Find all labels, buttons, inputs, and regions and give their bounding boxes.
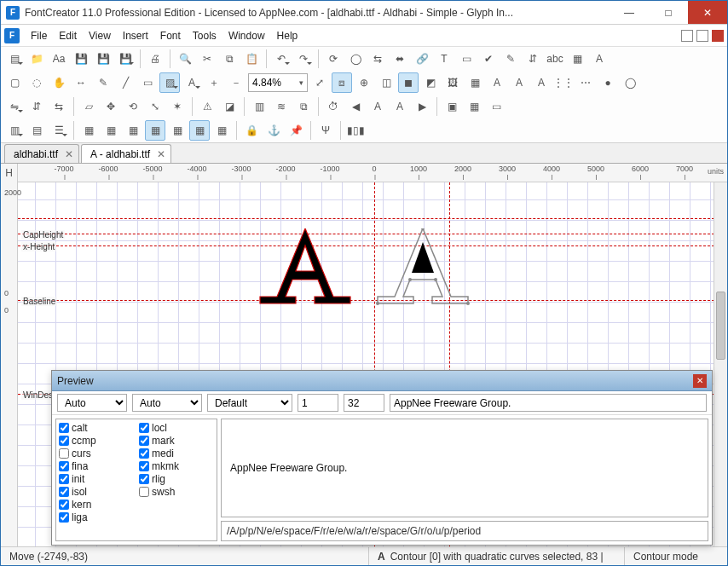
feature-init[interactable]: init xyxy=(59,473,134,485)
arrow-r-button[interactable]: ▶ xyxy=(412,96,432,117)
skew-button[interactable]: ▱ xyxy=(78,96,99,117)
measure-button[interactable]: ↔ xyxy=(71,72,91,93)
feature-rlig[interactable]: rlig xyxy=(139,473,214,485)
panel-button[interactable]: ▥ xyxy=(4,120,25,141)
zoom-in-button[interactable]: ＋ xyxy=(204,72,224,93)
fit-button[interactable]: ⤢ xyxy=(309,72,330,93)
fill-button[interactable]: ▨ xyxy=(159,72,180,93)
paste-button[interactable]: 📋 xyxy=(241,49,262,69)
alert-button[interactable]: ⚠ xyxy=(197,96,217,117)
menu-help[interactable]: Help xyxy=(271,27,304,44)
feature-checkbox-isol[interactable] xyxy=(59,487,69,497)
arrow-l-button[interactable]: ◀ xyxy=(345,96,366,117)
a-outline-button[interactable]: A xyxy=(182,72,202,93)
rect-button[interactable]: ▭ xyxy=(137,72,158,93)
time-button[interactable]: ⏱ xyxy=(323,96,344,117)
grid4-button[interactable]: ▦ xyxy=(145,120,165,141)
flip-v-button[interactable]: ⇵ xyxy=(26,96,47,117)
mdi-restore-button[interactable] xyxy=(696,30,708,42)
preview-close-button[interactable]: ✕ xyxy=(693,374,707,388)
circle-arrow-button[interactable]: ◯ xyxy=(345,49,366,69)
tab-close-icon[interactable]: ✕ xyxy=(157,148,165,160)
feature-checkbox-locl[interactable] xyxy=(139,423,149,433)
horz-button[interactable]: ⬌ xyxy=(390,49,410,69)
file-new-button[interactable]: ▤ xyxy=(4,49,25,69)
feature-checkbox-calt[interactable] xyxy=(59,423,69,433)
grid-dots-button[interactable]: ⋮⋮ xyxy=(553,72,574,93)
barwave-button[interactable]: ≋ xyxy=(271,96,292,117)
a-shape-button[interactable]: A xyxy=(487,72,507,93)
a-r-button[interactable]: A xyxy=(390,96,410,117)
preview-combo-1[interactable]: Auto xyxy=(57,394,127,412)
grid6-button[interactable]: ▦ xyxy=(189,120,210,141)
feature-checkbox-curs[interactable] xyxy=(59,448,69,459)
edit-button[interactable]: ✎ xyxy=(500,49,521,69)
undo-button[interactable]: ↶ xyxy=(271,49,292,69)
minimize-button[interactable]: — xyxy=(610,1,649,24)
stack-button[interactable]: ▣ xyxy=(442,96,462,117)
feature-checkbox-rlig[interactable] xyxy=(139,474,149,484)
panel2-button[interactable]: ▤ xyxy=(26,120,47,141)
menu-tools[interactable]: Tools xyxy=(187,27,222,44)
feature-liga[interactable]: liga xyxy=(59,511,134,523)
link-button[interactable]: 🔗 xyxy=(412,49,432,69)
menu-edit[interactable]: Edit xyxy=(53,27,83,44)
zoom-combo[interactable]: 4.84% xyxy=(248,73,308,92)
pen-button[interactable]: ✎ xyxy=(93,72,113,93)
branch-button[interactable]: Ψ xyxy=(315,120,336,141)
a-color-button[interactable]: A xyxy=(589,49,610,69)
tree-button[interactable]: ☰ xyxy=(49,120,69,141)
flip-h-button[interactable]: ⇋ xyxy=(4,96,25,117)
save-all-button[interactable]: 💾 xyxy=(93,49,113,69)
tab-aldhabi[interactable]: aldhabi.ttf ✕ xyxy=(4,144,79,163)
feature-checkbox-mark[interactable] xyxy=(139,436,149,446)
menu-file[interactable]: File xyxy=(25,27,53,44)
hand-button[interactable]: ✋ xyxy=(49,72,69,93)
compare-button[interactable]: ⧉ xyxy=(293,96,314,117)
a-right-button[interactable]: A xyxy=(531,72,552,93)
feature-mark[interactable]: mark xyxy=(139,435,214,447)
save-button[interactable]: 💾 xyxy=(71,49,91,69)
redo-button[interactable]: ↷ xyxy=(293,49,314,69)
glyph-filled[interactable] xyxy=(258,228,352,307)
guides-button[interactable]: ▦ xyxy=(465,72,485,93)
preview-titlebar[interactable]: Preview ✕ xyxy=(52,371,712,391)
a-left-button[interactable]: A xyxy=(509,72,529,93)
pick-button[interactable]: ◫ xyxy=(376,72,396,93)
flip-button[interactable]: ⇆ xyxy=(367,49,388,69)
dark-button[interactable]: ◼ xyxy=(398,72,419,93)
menu-font[interactable]: Font xyxy=(154,27,187,44)
tab-a-aldhabi[interactable]: A - aldhabi.ttf ✕ xyxy=(81,144,171,163)
feature-swsh[interactable]: swsh xyxy=(139,486,214,498)
feature-checkbox-ccmp[interactable] xyxy=(59,436,69,446)
mdi-close-button[interactable] xyxy=(712,30,724,42)
tab-close-icon[interactable]: ✕ xyxy=(65,148,73,160)
feature-calt[interactable]: calt xyxy=(59,422,134,434)
bars-button[interactable]: ▥ xyxy=(249,96,269,117)
vertical-scrollbar[interactable] xyxy=(714,182,727,546)
line-button[interactable]: ╱ xyxy=(115,72,136,93)
text-box-button[interactable]: T xyxy=(434,49,454,69)
menu-view[interactable]: View xyxy=(83,27,117,44)
save-as-button[interactable]: 💾 xyxy=(115,49,136,69)
art-button[interactable]: ✶ xyxy=(167,96,188,117)
page-button[interactable]: ▭ xyxy=(456,49,477,69)
feature-mkmk[interactable]: mkmk xyxy=(139,460,214,472)
move-button[interactable]: ✥ xyxy=(101,96,121,117)
rotate-button[interactable]: ⟲ xyxy=(123,96,143,117)
feature-checkbox-medi[interactable] xyxy=(139,448,149,459)
feature-checkbox-init[interactable] xyxy=(59,474,69,484)
preview-num-2[interactable] xyxy=(344,394,384,412)
font-aa-button[interactable]: Aa xyxy=(49,49,69,69)
grid2-button[interactable]: ▦ xyxy=(101,120,121,141)
feature-locl[interactable]: locl xyxy=(139,422,214,434)
preview-num-1[interactable] xyxy=(298,394,338,412)
cut-button[interactable]: ✂ xyxy=(197,49,217,69)
folder-open-button[interactable]: 📁 xyxy=(26,49,47,69)
pin-button[interactable]: 📌 xyxy=(286,120,306,141)
glyph-outline[interactable] xyxy=(376,228,470,307)
feature-checkbox-fina[interactable] xyxy=(59,461,69,471)
color-swatch-button[interactable]: ▦ xyxy=(567,49,587,69)
feature-checkbox-kern[interactable] xyxy=(59,500,69,510)
feature-checkbox-liga[interactable] xyxy=(59,512,69,523)
